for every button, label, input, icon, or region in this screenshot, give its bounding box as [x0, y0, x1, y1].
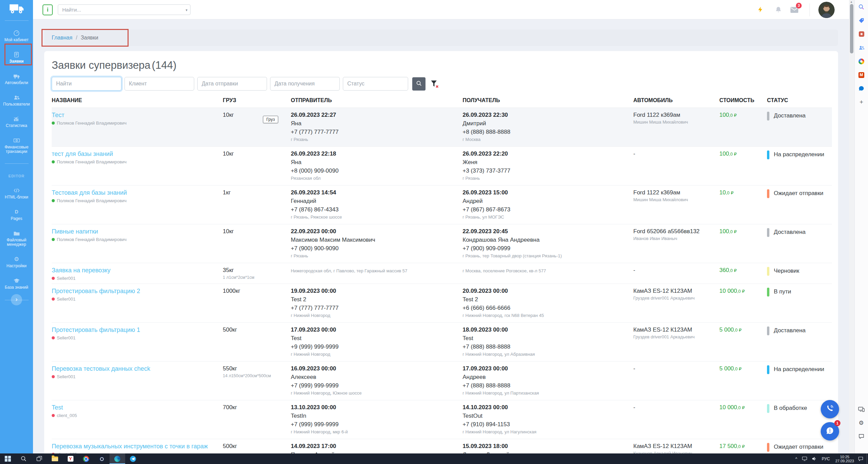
cargo-weight: 700кг — [223, 404, 291, 411]
column-header[interactable]: СТАТУС — [767, 97, 832, 103]
table-row[interactable]: Пивные напитки Поляков Геннадий Владимир… — [52, 224, 832, 263]
receiver-date: 15.09.2023 18:00 — [463, 443, 633, 450]
settings-gear-icon[interactable]: ⚙ — [857, 419, 865, 427]
filter-client-input[interactable] — [124, 77, 194, 91]
column-header[interactable]: НАЗВАНИЕ — [52, 97, 223, 103]
apply-filters-button[interactable] — [412, 77, 425, 91]
global-search-input[interactable] — [58, 4, 190, 15]
request-link[interactable]: Протестировать фильтрацию 1 — [52, 326, 140, 333]
page-scrollbar[interactable]: ▲ — [849, 0, 854, 453]
status-badge: На распределении — [774, 365, 824, 373]
sidebar-item-my-cabinet[interactable]: Мой кабинет — [0, 30, 33, 42]
request-link[interactable]: Перевозка музыкальных инструментов с точ… — [52, 443, 208, 450]
show-desktop-button[interactable] — [867, 453, 868, 464]
filter-search-input[interactable] — [52, 77, 121, 91]
edge-icon[interactable] — [110, 453, 125, 464]
sidebar-item-settings[interactable]: ⚙ Настройки — [0, 256, 33, 268]
column-header[interactable]: АВТОМОБИЛЬ — [633, 97, 719, 103]
devices-icon[interactable] — [857, 405, 865, 413]
sidebar-item-transactions[interactable]: Финансовые транзакции — [0, 137, 33, 154]
plus-icon[interactable]: + — [857, 98, 866, 106]
steam-icon[interactable] — [94, 453, 110, 464]
receiver-phone: +3 (373) 737-3777 — [463, 167, 633, 174]
feedback-icon[interactable] — [857, 432, 865, 441]
request-link[interactable]: Тестовая для базы знаний — [52, 189, 127, 196]
request-link[interactable]: Test — [52, 404, 63, 411]
sender-phone: +9 (999) 999-9999 — [291, 343, 463, 350]
clock[interactable]: 10:25 27.09.2023 — [835, 455, 854, 463]
request-link[interactable]: тест для базы знаний — [52, 150, 113, 157]
sidebar-item-statistics[interactable]: Статистика — [0, 116, 33, 128]
sidebar-item-file-manager[interactable]: Файловый менеджер — [0, 230, 33, 247]
client-line: Поляков Геннадий Владимирович — [52, 237, 223, 242]
table-row[interactable]: Тестовая для базы знаний Поляков Геннади… — [52, 186, 832, 224]
sender-date: 22.09.2023 00:00 — [291, 228, 463, 235]
column-header[interactable]: ОТПРАВИТЕЛЬ — [291, 97, 463, 103]
app-logo[interactable] — [0, 0, 33, 18]
scrollbar-thumb[interactable] — [850, 4, 853, 53]
filter-date-to-input[interactable] — [270, 77, 340, 91]
request-link[interactable]: Протестировать фильтрацию 2 — [52, 288, 140, 294]
sidebar-item-users[interactable]: Пользователи — [0, 94, 33, 107]
people-icon[interactable] — [857, 44, 866, 52]
pinwheel-icon[interactable] — [857, 57, 866, 65]
request-link[interactable]: Пивные напитки — [52, 228, 98, 235]
search-icon[interactable] — [857, 3, 866, 11]
receiver-phone: +7 (867) 867-8673 — [463, 206, 633, 213]
request-link[interactable]: Заявка на перевозку — [52, 267, 111, 274]
language-indicator[interactable]: РУС — [822, 457, 830, 461]
sender-cell: 14.09.2023 17:00 Пирогов Андрей — [291, 443, 463, 453]
table-row[interactable]: Перевозка тестовых данных check Seller00… — [52, 362, 832, 400]
network-icon[interactable] — [802, 457, 807, 461]
sidebar-item-knowledge-base[interactable]: База знаний — [0, 277, 33, 290]
table-body: Тест Поляков Геннадий Владимирович 10кг … — [52, 108, 832, 453]
tag-icon[interactable] — [857, 16, 866, 25]
file-explorer-icon[interactable] — [47, 453, 63, 464]
filter-status-input[interactable] — [343, 77, 408, 91]
table-row[interactable]: Test client_005 700кг 13.10.2023 00:00 T… — [52, 400, 832, 439]
column-header[interactable]: ПОЛУЧАТЕЛЬ — [463, 97, 633, 103]
clear-filters-icon[interactable] — [430, 79, 439, 88]
sidebar-item-pages[interactable]: D Pages — [0, 209, 33, 221]
m365-icon[interactable]: M — [857, 71, 866, 79]
sidebar-item-cars[interactable]: Автомобили — [0, 73, 33, 85]
taskbar-search-button[interactable] — [16, 453, 31, 464]
speaker-icon[interactable] — [812, 457, 817, 461]
lightning-icon[interactable] — [757, 6, 764, 15]
sidebar-collapse-button[interactable]: › — [11, 294, 22, 305]
call-floating-button[interactable] — [821, 400, 839, 418]
table-row[interactable]: Протестировать фильтрацию 2 Seller001 10… — [52, 284, 832, 323]
sidebar-item-label: Заявки — [8, 59, 25, 64]
chat-icon[interactable] — [857, 84, 866, 93]
scroll-up-icon[interactable]: ▲ — [850, 0, 853, 3]
shopping-icon[interactable] — [857, 30, 866, 38]
bell-icon[interactable] — [775, 6, 782, 15]
table-row[interactable]: Заявка на перевозку Seller001 35кг 1 л1с… — [52, 263, 832, 284]
column-header[interactable]: ГРУЗ — [223, 97, 291, 103]
sidebar-item-requests[interactable]: Заявки — [0, 51, 33, 64]
start-button[interactable] — [0, 453, 16, 464]
filter-date-from-input[interactable] — [197, 77, 267, 91]
info-button[interactable]: i — [43, 4, 53, 15]
cost-cell: 5 000,0 ₽ — [719, 326, 767, 359]
request-link[interactable]: Перевозка тестовых данных check — [52, 365, 150, 372]
yandex-icon[interactable]: Y — [63, 453, 78, 464]
hidden-icons-chevron[interactable]: ^ — [795, 457, 797, 461]
task-view-button[interactable] — [31, 453, 47, 464]
avatar[interactable] — [818, 2, 835, 18]
sender-date: 17.09.2023 00:00 — [291, 326, 463, 333]
chrome-icon[interactable] — [78, 453, 94, 464]
pages-icon: D — [14, 209, 19, 215]
action-center-icon[interactable] — [858, 457, 863, 461]
sidebar-item-html-blocks[interactable]: HTML-блоки — [0, 187, 33, 199]
column-header[interactable]: СТОИМОСТЬ — [719, 97, 767, 103]
telegram-icon[interactable] — [125, 453, 141, 464]
table-row[interactable]: Тест Поляков Геннадий Владимирович 10кг … — [52, 108, 832, 147]
table-row[interactable]: тест для базы знаний Поляков Геннадий Вл… — [52, 147, 832, 186]
sidebar-item-label: Финансовые транзакции — [0, 145, 33, 154]
driver-name: Груздев driver001 Аркадьевич — [633, 295, 719, 301]
breadcrumb-home-link[interactable]: Главная — [52, 35, 72, 41]
table-row[interactable]: Перевозка музыкальных инструментов с точ… — [52, 439, 832, 453]
table-row[interactable]: Протестировать фильтрацию 1 Seller001 50… — [52, 323, 832, 362]
request-link[interactable]: Тест — [52, 112, 64, 118]
